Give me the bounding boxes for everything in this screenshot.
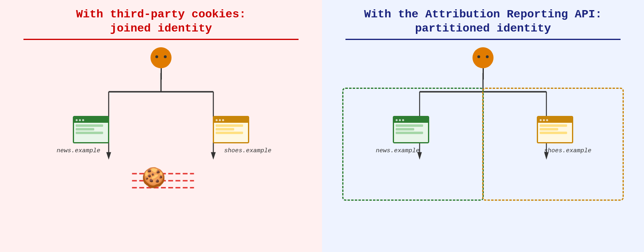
cookie-icon: 🍪 xyxy=(142,166,166,189)
right-browser-shoes-content xyxy=(538,123,572,142)
dot4 xyxy=(216,119,218,121)
left-title-line2: joined identity xyxy=(110,22,212,35)
rline1 xyxy=(396,124,423,127)
rdot4 xyxy=(540,119,542,121)
rdot1 xyxy=(396,119,398,121)
right-browser-news-bar xyxy=(394,117,428,123)
left-diagram: news.example shoes.example 🍪 xyxy=(8,47,314,244)
rdot2 xyxy=(399,119,401,121)
right-person xyxy=(472,47,494,80)
rdot6 xyxy=(546,119,548,121)
left-panel-title: With third-party cookies: joined identit… xyxy=(76,7,246,36)
left-person-body xyxy=(161,68,162,80)
right-person-body xyxy=(483,68,484,80)
line1 xyxy=(76,124,103,127)
left-browser-news xyxy=(73,116,109,143)
right-shoes-label: shoes.example xyxy=(544,147,591,154)
left-person xyxy=(150,47,172,80)
rline4 xyxy=(540,124,567,127)
rline2 xyxy=(396,128,414,130)
right-person-face xyxy=(472,47,494,68)
right-panel-title: With the Attribution Reporting API: part… xyxy=(364,7,602,36)
right-panel: With the Attribution Reporting API: part… xyxy=(322,0,644,252)
right-divider xyxy=(345,39,621,40)
line4 xyxy=(216,124,243,127)
right-diagram: news.example shoes.example xyxy=(330,47,636,244)
rline3 xyxy=(396,132,423,134)
left-browser-news-bar xyxy=(74,117,108,123)
right-green-box xyxy=(342,88,484,201)
left-person-face xyxy=(150,47,172,68)
left-browser-shoes xyxy=(213,116,249,143)
line5 xyxy=(216,128,234,130)
right-gold-box xyxy=(482,88,624,201)
right-browser-news xyxy=(393,116,429,143)
left-panel: With third-party cookies: joined identit… xyxy=(0,0,322,252)
svg-marker-3 xyxy=(106,152,111,160)
dot2 xyxy=(79,119,81,121)
dot3 xyxy=(82,119,84,121)
line6 xyxy=(216,132,243,134)
svg-marker-5 xyxy=(211,152,216,160)
right-browser-shoes-bar xyxy=(538,117,572,123)
right-browser-shoes xyxy=(537,116,573,143)
dot6 xyxy=(222,119,224,121)
left-shoes-label: shoes.example xyxy=(224,147,271,154)
rdot3 xyxy=(402,119,404,121)
right-news-label: news.example xyxy=(376,147,419,154)
right-title-line1: With the Attribution Reporting API: xyxy=(364,8,602,21)
dot1 xyxy=(76,119,78,121)
left-browser-shoes-bar xyxy=(214,117,248,123)
line3 xyxy=(76,132,103,134)
right-title-line2: partitioned identity xyxy=(415,22,551,35)
right-browser-news-content xyxy=(394,123,428,142)
line2 xyxy=(76,128,94,130)
rline5 xyxy=(540,128,558,130)
dot5 xyxy=(219,119,221,121)
rdot5 xyxy=(543,119,545,121)
left-browser-shoes-content xyxy=(214,123,248,142)
left-title-line1: With third-party cookies: xyxy=(76,8,246,21)
left-news-label: news.example xyxy=(57,147,100,154)
left-divider xyxy=(23,39,299,40)
rline6 xyxy=(540,132,567,134)
left-browser-news-content xyxy=(74,123,108,142)
